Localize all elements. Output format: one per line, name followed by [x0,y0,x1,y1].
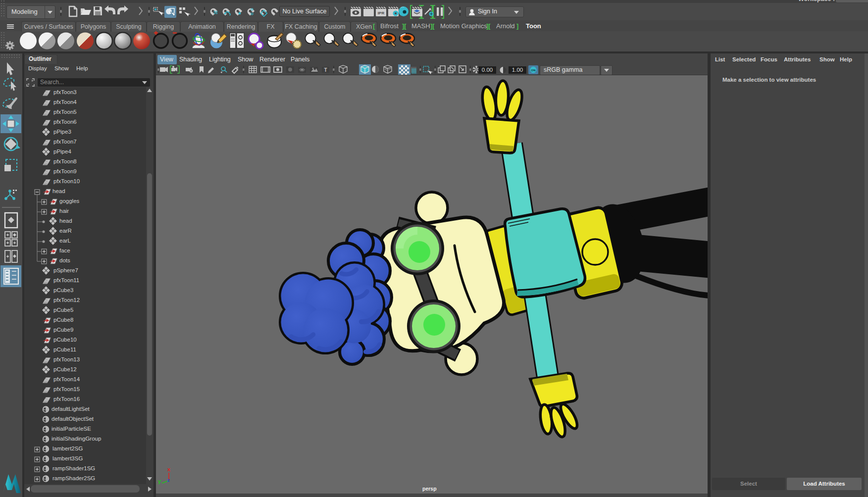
svg-text:IPR: IPR [378,11,385,15]
svg-text:x: x [167,466,171,472]
svg-text:z: z [167,478,170,483]
svg-text:y: y [158,478,161,484]
svg-text:T: T [324,67,327,73]
svg-text:ON: ON [531,69,536,72]
